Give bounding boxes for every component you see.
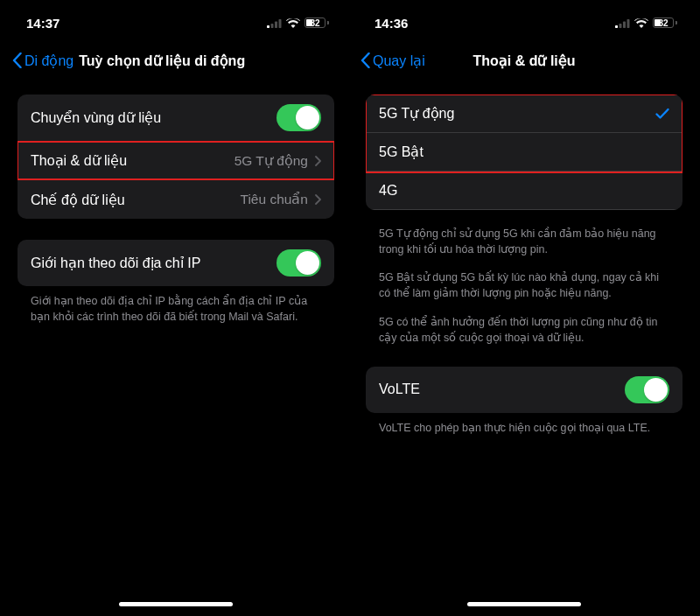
row-label: VoLTE — [379, 382, 618, 397]
nav-bar: Di động Tuỳ chọn dữ liệu di động — [4, 42, 348, 79]
svg-rect-5 — [620, 24, 622, 28]
info-text: 5G Tự động chỉ sử dụng 5G khi cần đảm bả… — [379, 226, 669, 257]
info-text: 5G có thể ảnh hưởng đến thời lượng pin c… — [379, 314, 669, 346]
nav-bar: Quay lại Thoại & dữ liệu — [352, 42, 696, 79]
row-label: Giới hạn theo dõi địa chỉ IP — [31, 255, 270, 271]
row-5g-on[interactable]: 5G Bật — [366, 133, 682, 172]
svg-rect-6 — [623, 21, 626, 28]
svg-rect-2 — [275, 21, 277, 28]
battery-icon: 32 — [304, 18, 329, 28]
row-label: 4G — [379, 183, 669, 199]
battery-icon: 32 — [653, 18, 677, 28]
row-label: Chế độ dữ liệu — [31, 192, 234, 208]
row-value: Tiêu chuẩn — [241, 192, 309, 207]
svg-rect-7 — [627, 19, 630, 28]
phone-left: 14:37 32 Di động Tuỳ chọn dữ liệu di độn… — [4, 4, 348, 612]
chevron-left-icon — [360, 52, 370, 68]
footer-text: Giới hạn theo dõi địa chỉ IP bằng cách ẩ… — [18, 293, 334, 325]
signal-icon — [615, 18, 630, 28]
row-4g[interactable]: 4G — [366, 172, 682, 210]
group-mode: 5G Tự động 5G Bật 4G — [366, 94, 682, 210]
row-label: 5G Tự động — [379, 105, 648, 122]
row-voice-data[interactable]: Thoại & dữ liệu 5G Tự động — [18, 142, 334, 180]
row-label: Thoại & dữ liệu — [31, 152, 228, 169]
toggle-ip-limit[interactable] — [276, 249, 321, 276]
row-data-mode[interactable]: Chế độ dữ liệu Tiêu chuẩn — [18, 180, 334, 219]
row-label: Chuyển vùng dữ liệu — [31, 109, 270, 126]
status-bar: 14:37 32 — [4, 4, 348, 42]
row-volte[interactable]: VoLTE — [366, 367, 682, 413]
content: Chuyển vùng dữ liệu Thoại & dữ liệu 5G T… — [4, 79, 348, 612]
phone-right: 14:36 32 Quay lại Thoại & dữ liệu — [352, 4, 696, 612]
wifi-icon — [634, 18, 648, 28]
status-indicators: 32 — [615, 18, 677, 28]
signal-icon — [267, 18, 282, 28]
home-indicator[interactable] — [119, 602, 233, 606]
status-time: 14:36 — [374, 16, 408, 31]
row-label: 5G Bật — [379, 144, 669, 160]
group-privacy: Giới hạn theo dõi địa chỉ IP — [18, 240, 334, 286]
status-indicators: 32 — [267, 18, 329, 28]
footer-text: VoLTE cho phép bạn thực hiện cuộc gọi th… — [366, 420, 682, 436]
svg-rect-1 — [271, 24, 274, 28]
info-blocks: 5G Tự động chỉ sử dụng 5G khi cần đảm bả… — [366, 226, 682, 346]
group-volte: VoLTE — [366, 367, 682, 413]
back-label: Di động — [24, 52, 74, 69]
row-value: 5G Tự động — [234, 153, 308, 169]
status-bar: 14:36 32 — [352, 4, 696, 42]
chevron-right-icon — [315, 194, 321, 205]
chevron-left-icon — [12, 52, 22, 68]
chevron-right-icon — [315, 156, 321, 166]
nav-title: Tuỳ chọn dữ liệu di động — [79, 52, 245, 69]
home-indicator[interactable] — [467, 602, 581, 606]
svg-rect-4 — [615, 25, 618, 28]
row-ip-limit[interactable]: Giới hạn theo dõi địa chỉ IP — [18, 240, 334, 286]
content: 5G Tự động 5G Bật 4G 5G Tự động chỉ sử d… — [352, 79, 696, 612]
svg-rect-0 — [267, 25, 270, 28]
row-5g-auto[interactable]: 5G Tự động — [366, 94, 682, 133]
back-label: Quay lại — [373, 52, 425, 69]
group-cellular: Chuyển vùng dữ liệu Thoại & dữ liệu 5G T… — [18, 94, 334, 219]
svg-rect-3 — [279, 19, 282, 28]
info-text: 5G Bật sử dụng 5G bất kỳ lúc nào khả dụn… — [379, 270, 669, 301]
toggle-roaming[interactable] — [276, 104, 321, 131]
back-button[interactable]: Quay lại — [360, 52, 425, 69]
row-data-roaming[interactable]: Chuyển vùng dữ liệu — [18, 94, 334, 142]
check-icon — [655, 108, 669, 120]
status-time: 14:37 — [26, 16, 60, 31]
toggle-volte[interactable] — [625, 376, 669, 403]
wifi-icon — [286, 18, 300, 28]
back-button[interactable]: Di động — [12, 52, 74, 69]
